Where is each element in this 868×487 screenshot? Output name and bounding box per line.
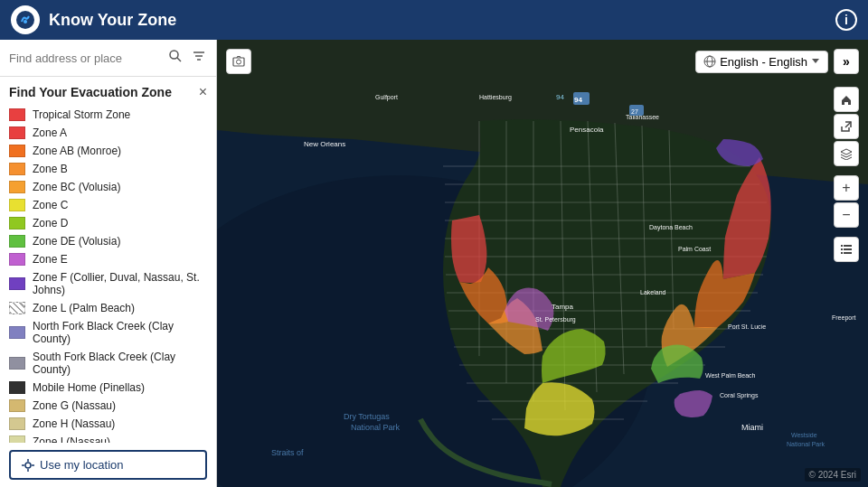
legend-list[interactable]: Tropical Storm ZoneZone AZone AB (Monroe… [0,104,216,443]
svg-text:Tampa: Tampa [552,303,574,311]
legend-swatch-south-fork [9,357,25,370]
svg-text:Straits of: Straits of [271,448,304,457]
legend-title: Find Your Evacuation Zone [9,85,172,99]
legend-swatch-mobile-home [9,381,25,394]
svg-rect-73 [844,252,852,254]
legend-item-tropical-storm[interactable]: Tropical Storm Zone [5,106,211,124]
legend-swatch-zone-l [9,302,25,314]
search-button[interactable] [166,47,184,69]
legend-item-zone-h[interactable]: Zone H (Nassau) [5,415,211,433]
svg-text:94: 94 [574,96,582,104]
legend-swatch-zone-i [9,435,25,443]
svg-text:Hattiesburg: Hattiesburg [479,94,512,101]
svg-rect-70 [841,248,843,250]
sidebar: Find Your Evacuation Zone × Tropical Sto… [0,40,217,487]
legend-swatch-zone-c [9,199,25,211]
svg-text:Port St. Lucie: Port St. Lucie [728,323,766,330]
legend-item-south-fork[interactable]: South Fork Black Creek (Clay County) [5,348,211,379]
legend-item-zone-de[interactable]: Zone DE (Volusia) [5,232,211,250]
svg-rect-71 [844,248,852,250]
legend-swatch-zone-h [9,417,25,430]
svg-text:94: 94 [556,93,564,101]
search-bar [0,40,216,77]
map-right-controls: + − [834,87,859,262]
legend-label-zone-a: Zone A [33,126,67,139]
legend-item-mobile-home[interactable]: Mobile Home (Pinellas) [5,379,211,397]
legend-item-zone-ab[interactable]: Zone AB (Monroe) [5,142,211,160]
svg-text:Daytona Beach: Daytona Beach [649,224,693,231]
svg-line-3 [177,58,181,61]
app-logo [11,5,40,34]
legend-item-north-fork[interactable]: North Fork Black Creek (Clay County) [5,317,211,348]
main-layout: Find Your Evacuation Zone × Tropical Sto… [0,40,868,487]
svg-point-67 [237,60,241,64]
layers-button[interactable] [834,141,859,166]
legend-swatch-zone-a [9,126,25,139]
legend-label-zone-g: Zone G (Nassau) [33,399,116,412]
svg-rect-72 [841,252,843,254]
svg-text:Pensacola: Pensacola [570,126,604,134]
app-title: Know Your Zone [49,11,176,30]
svg-rect-69 [844,245,852,247]
svg-text:Dry Tortugas: Dry Tortugas [344,412,390,421]
svg-text:Gulfport: Gulfport [375,94,398,101]
screenshot-button[interactable] [226,49,251,74]
svg-rect-68 [841,245,843,247]
expand-map-button[interactable]: » [834,49,859,74]
legend-label-zone-d: Zone D [33,217,68,229]
share-button[interactable] [834,114,859,139]
svg-text:Westside: Westside [791,432,817,438]
use-location-label: Use my location [40,458,123,472]
legend-item-zone-i[interactable]: Zone I (Nassau) [5,433,211,443]
legend-swatch-zone-de [9,235,25,248]
legend-label-mobile-home: Mobile Home (Pinellas) [33,381,145,394]
legend-swatch-zone-b [9,163,25,175]
svg-text:West Palm Beach: West Palm Beach [705,372,756,379]
legend-label-zone-ab: Zone AB (Monroe) [33,145,121,157]
legend-item-zone-d[interactable]: Zone D [5,214,211,232]
legend-label-zone-b: Zone B [33,163,68,175]
legend-swatch-north-fork [9,326,25,339]
map-attribution: © 2024 Esri [805,468,861,482]
legend-swatch-zone-f [9,277,25,290]
legend-item-zone-f[interactable]: Zone F (Collier, Duval, Nassau, St. John… [5,268,211,299]
svg-point-1 [24,20,27,23]
svg-point-2 [170,51,178,59]
legend-item-zone-bc[interactable]: Zone BC (Volusia) [5,178,211,196]
svg-text:Coral Springs: Coral Springs [720,392,759,399]
svg-text:Lakeland: Lakeland [640,289,666,295]
svg-rect-66 [233,58,244,66]
list-button[interactable] [834,237,859,262]
legend-swatch-zone-bc [9,181,25,193]
legend-close-button[interactable]: × [199,84,207,100]
svg-text:27: 27 [631,108,638,115]
legend-item-zone-b[interactable]: Zone B [5,160,211,178]
legend-item-zone-e[interactable]: Zone E [5,250,211,268]
search-input[interactable] [9,52,161,65]
language-selector[interactable]: English - English [695,51,828,73]
zoom-in-button[interactable]: + [834,175,859,201]
filter-button[interactable] [190,47,208,69]
legend-item-zone-l[interactable]: Zone L (Palm Beach) [5,299,211,317]
legend-swatch-zone-e [9,253,25,266]
legend-item-zone-a[interactable]: Zone A [5,124,211,142]
use-location-button[interactable]: Use my location [9,450,207,480]
legend-header: Find Your Evacuation Zone × [0,77,216,104]
svg-text:Miami: Miami [741,423,763,432]
legend-item-zone-c[interactable]: Zone C [5,196,211,214]
legend-label-zone-h: Zone H (Nassau) [33,417,115,430]
legend-label-zone-i: Zone I (Nassau) [33,435,110,443]
legend-item-zone-g[interactable]: Zone G (Nassau) [5,397,211,415]
legend-label-south-fork: South Fork Black Creek (Clay County) [33,351,207,376]
legend-label-zone-c: Zone C [33,199,68,211]
svg-point-7 [25,463,31,468]
language-label: English - English [720,55,807,69]
legend-label-tropical-storm: Tropical Storm Zone [33,108,130,121]
legend-swatch-tropical-storm [9,108,25,121]
info-button[interactable]: i [835,9,857,31]
map-area[interactable]: Jacksonville Tampa St. Petersburg Miami … [217,40,868,487]
svg-text:National Park: National Park [787,441,826,447]
zoom-out-button[interactable]: − [834,202,859,228]
svg-text:New Orleans: New Orleans [304,140,345,148]
home-button[interactable] [834,87,859,112]
